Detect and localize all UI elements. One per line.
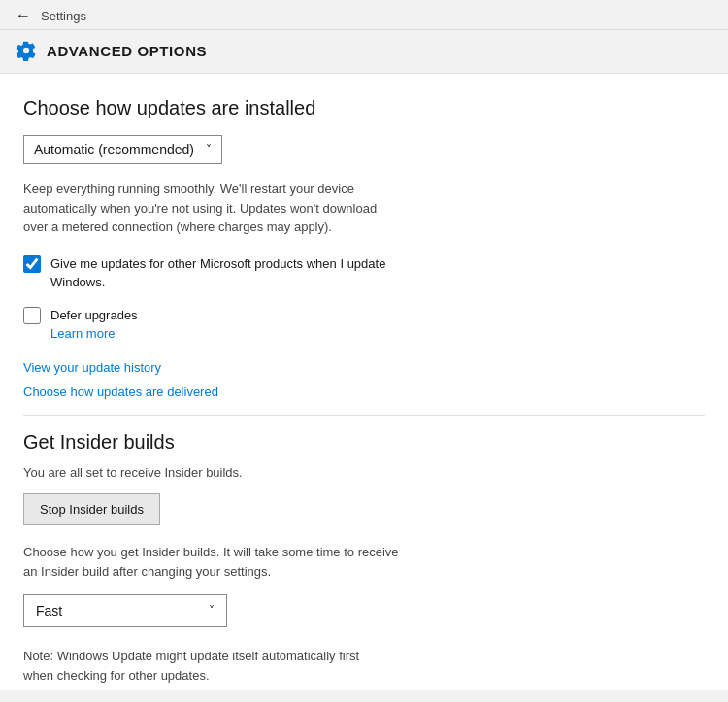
- section1-title: Choose how updates are installed: [23, 97, 705, 119]
- learn-more-link[interactable]: Learn more: [50, 326, 138, 341]
- back-button[interactable]: ←: [16, 8, 31, 23]
- main-content: Choose how updates are installed Automat…: [0, 74, 728, 690]
- page-title: ADVANCED OPTIONS: [47, 43, 207, 59]
- checkbox1-label: Give me updates for other Microsoft prod…: [50, 254, 390, 292]
- insider-ready-text: You are all set to receive Insider build…: [23, 465, 705, 480]
- gear-icon: [16, 40, 37, 61]
- update-description: Keep everything running smoothly. We'll …: [23, 180, 402, 237]
- insider-description2: Choose how you get Insider builds. It wi…: [23, 543, 402, 581]
- update-install-dropdown-container: Automatic (recommended) ˅: [23, 135, 705, 164]
- advanced-options-header: ADVANCED OPTIONS: [0, 30, 728, 74]
- defer-upgrades-group: Defer upgrades Learn more: [50, 306, 138, 342]
- checkbox2-label: Defer upgrades: [50, 306, 138, 325]
- settings-breadcrumb: Settings: [41, 9, 86, 23]
- checkbox-row-1: Give me updates for other Microsoft prod…: [23, 254, 705, 292]
- defer-upgrades-checkbox[interactable]: [23, 307, 41, 324]
- stop-insider-builds-button[interactable]: Stop Insider builds: [23, 493, 160, 525]
- section-divider: [23, 415, 705, 416]
- checkbox-row-2: Defer upgrades Learn more: [23, 306, 705, 342]
- view-update-history-link[interactable]: View your update history: [23, 360, 705, 375]
- update-install-dropdown-value: Automatic (recommended): [34, 142, 194, 157]
- note-text: Note: Windows Update might update itself…: [23, 647, 392, 685]
- updates-other-products-checkbox[interactable]: [23, 255, 41, 273]
- header-bar: ← Settings: [0, 0, 728, 30]
- insider-speed-dropdown[interactable]: Fast ˅: [23, 594, 227, 627]
- update-install-dropdown[interactable]: Automatic (recommended) ˅: [23, 135, 222, 164]
- dropdown-arrow-icon: ˅: [206, 143, 212, 156]
- insider-speed-value: Fast: [36, 603, 62, 618]
- choose-delivery-link[interactable]: Choose how updates are delivered: [23, 384, 705, 399]
- section2-title: Get Insider builds: [23, 431, 705, 453]
- insider-dropdown-arrow-icon: ˅: [209, 604, 215, 618]
